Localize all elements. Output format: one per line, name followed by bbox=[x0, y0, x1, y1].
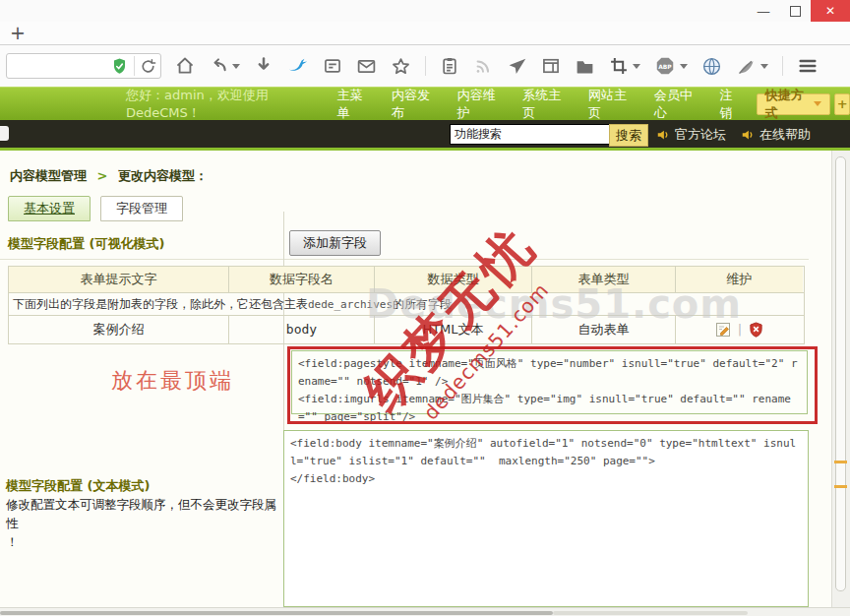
window-panel-icon[interactable] bbox=[541, 56, 561, 76]
addressbar-divider bbox=[134, 56, 135, 76]
online-help-link[interactable]: 在线帮助 bbox=[741, 126, 811, 144]
window-titlebar: — ✕ bbox=[0, 0, 850, 22]
rss-icon[interactable] bbox=[473, 56, 493, 76]
text-mode-title: 模型字段配置 (文本模式) bbox=[6, 477, 150, 495]
home-icon[interactable] bbox=[175, 56, 195, 76]
window-minimize-button[interactable]: — bbox=[748, 0, 779, 22]
vertical-scrollbar[interactable] bbox=[831, 151, 850, 607]
cell-prompt: 案例介绍 bbox=[9, 316, 229, 343]
notes-card-icon[interactable] bbox=[323, 56, 342, 76]
screenshot-caret-icon[interactable] bbox=[633, 64, 640, 69]
field-config-textarea[interactable]: <field:body itemname="案例介绍" autofield="1… bbox=[283, 430, 809, 607]
back-icon[interactable] bbox=[209, 56, 228, 76]
annotation-text: 放在最顶端 bbox=[111, 366, 234, 396]
send-plane-icon[interactable] bbox=[507, 56, 527, 77]
divider bbox=[0, 259, 809, 260]
mail-icon[interactable] bbox=[356, 56, 377, 77]
search-button[interactable]: 搜索 bbox=[609, 124, 648, 147]
security-shield-icon[interactable] bbox=[110, 57, 129, 76]
menu-content-publish[interactable]: 内容发布 bbox=[381, 87, 447, 122]
scrollbar-marker bbox=[834, 461, 847, 463]
window-maximize-button[interactable] bbox=[779, 0, 811, 22]
note-prefix: 下面列出的字段是附加表的字段，除此外，它还包含主表 bbox=[13, 297, 308, 311]
bird-extension-icon[interactable] bbox=[287, 55, 309, 77]
menu-hamburger-icon[interactable] bbox=[797, 55, 819, 77]
feather-tool-icon[interactable] bbox=[736, 56, 757, 77]
breadcrumb-page: 更改内容模型： bbox=[118, 168, 208, 183]
shortcut-label: 快捷方式 bbox=[765, 87, 808, 122]
speaker-icon bbox=[741, 128, 755, 142]
maximize-icon bbox=[790, 6, 801, 17]
online-help-label: 在线帮助 bbox=[759, 126, 811, 144]
function-search-input[interactable] bbox=[450, 124, 612, 145]
sidebar-collapse-handle[interactable] bbox=[0, 126, 9, 141]
svg-text:ABP: ABP bbox=[658, 63, 672, 70]
official-forum-label: 官方论坛 bbox=[675, 126, 726, 144]
menu-main[interactable]: 主菜单 bbox=[326, 87, 381, 122]
folder-icon[interactable] bbox=[575, 56, 595, 77]
tab-basic-settings[interactable]: 基本设置 bbox=[8, 196, 91, 221]
globe-icon[interactable] bbox=[701, 56, 722, 77]
annotation-highlight-box bbox=[287, 346, 818, 424]
menu-content-maintain[interactable]: 内容维护 bbox=[447, 87, 513, 122]
add-field-button[interactable]: 添加新字段 bbox=[289, 230, 381, 256]
official-forum-link[interactable]: 官方论坛 bbox=[656, 126, 726, 144]
col-field-name: 数据字段名 bbox=[229, 267, 375, 292]
feather-caret-icon[interactable] bbox=[760, 64, 768, 69]
text-mode-description: 修改配置文本可调整字段顺序，但不会更改字段属性 ！ bbox=[6, 495, 287, 551]
cell-field: body bbox=[229, 316, 375, 343]
tab-field-management[interactable]: 字段管理 bbox=[100, 196, 183, 221]
horizontal-scrollbar-track-segment bbox=[553, 611, 748, 615]
toolbar-divider bbox=[782, 56, 783, 76]
shortcut-add-button[interactable]: + bbox=[834, 93, 850, 115]
vertical-scrollbar-thumb[interactable] bbox=[835, 156, 846, 591]
shortcut-caret-icon bbox=[814, 101, 821, 106]
horizontal-scrollbar[interactable] bbox=[0, 607, 850, 616]
breadcrumb: 内容模型管理 > 更改内容模型： bbox=[10, 167, 208, 185]
adblock-abp-icon[interactable]: ABP bbox=[654, 55, 676, 77]
utility-bar: 搜索 官方论坛 在线帮助 bbox=[0, 120, 850, 151]
gray-watermark: Dedecms51.com bbox=[366, 281, 742, 327]
menu-site-home[interactable]: 网站主页 bbox=[577, 87, 643, 122]
browser-toolbar: ABP bbox=[0, 45, 850, 87]
horizontal-scrollbar-thumb[interactable] bbox=[0, 611, 553, 615]
bookmark-star-icon[interactable] bbox=[391, 56, 411, 77]
menu-system-home[interactable]: 系统主页 bbox=[512, 87, 577, 122]
visual-mode-title: 模型字段配置 (可视化模式) bbox=[8, 235, 164, 253]
clipboard-icon[interactable] bbox=[440, 56, 459, 76]
model-tabs: 基本设置 字段管理 bbox=[8, 196, 183, 221]
new-tab-button[interactable]: + bbox=[10, 22, 26, 43]
adblock-caret-icon[interactable] bbox=[680, 64, 688, 69]
scrollbar-marker bbox=[834, 485, 847, 488]
browser-tab-strip: + bbox=[0, 22, 850, 45]
screenshot-crop-icon[interactable] bbox=[609, 56, 629, 76]
admin-header: 您好：admin，欢迎使用DedeCMS！ 主菜单 内容发布 内容维护 系统主页… bbox=[0, 87, 850, 120]
breadcrumb-separator: > bbox=[97, 168, 108, 183]
back-history-caret-icon[interactable] bbox=[232, 64, 240, 69]
toolbar-divider bbox=[425, 56, 426, 76]
address-bar[interactable] bbox=[6, 53, 161, 79]
greeting-text: 您好：admin，欢迎使用DedeCMS！ bbox=[126, 87, 312, 122]
speaker-icon bbox=[656, 128, 670, 142]
col-prompt-text: 表单提示文字 bbox=[9, 267, 229, 292]
window-close-button[interactable]: ✕ bbox=[811, 0, 850, 22]
delete-field-icon[interactable] bbox=[749, 322, 763, 338]
shortcut-button[interactable]: 快捷方式 bbox=[757, 93, 831, 115]
menu-logout[interactable]: 注销 bbox=[708, 87, 752, 122]
refresh-icon[interactable] bbox=[140, 58, 156, 75]
download-icon[interactable] bbox=[254, 56, 273, 76]
content-area: 内容模型管理 > 更改内容模型： 基本设置 字段管理 模型字段配置 (可视化模式… bbox=[0, 151, 850, 607]
menu-member-center[interactable]: 会员中心 bbox=[643, 87, 709, 122]
breadcrumb-section[interactable]: 内容模型管理 bbox=[10, 168, 87, 183]
